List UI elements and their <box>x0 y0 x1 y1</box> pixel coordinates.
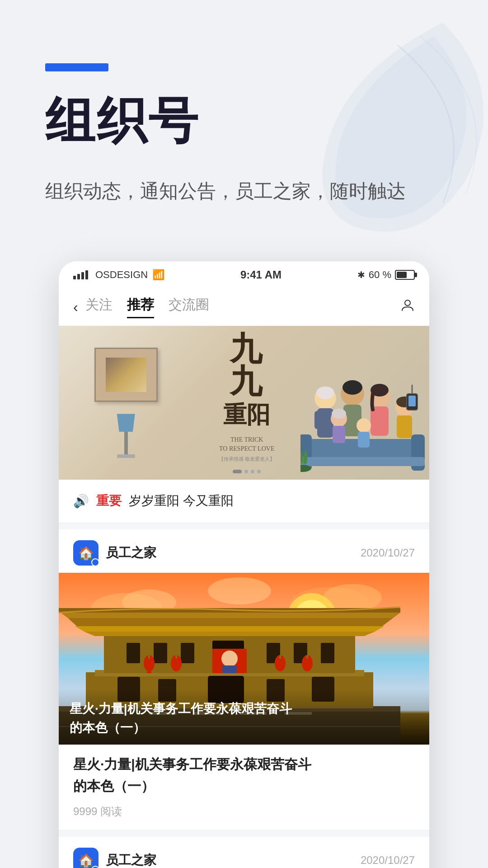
post-image-caption: 星火·力量|机关事务工作要永葆艰苦奋斗 的本色（一） <box>70 699 418 737</box>
post-card-2: 🏠 员工之家 2020/10/27 <box>59 837 429 868</box>
forbidden-city-bg: 星火·力量|机关事务工作要永葆艰苦奋斗 的本色（一） <box>59 573 429 745</box>
top-section: 组织号 组织动态，通知公告，员工之家，随时触达 <box>0 0 488 243</box>
banner-center-text: 九九 重阳 THE TRICKTO RESPECT LOVE 【传承情感 敬老爱… <box>193 332 301 473</box>
svg-marker-58 <box>75 626 384 632</box>
announcement-row: 🔊 重要 岁岁重阳 今又重阳 <box>59 480 429 522</box>
post-avatar-2: 🏠 <box>73 848 99 868</box>
svg-rect-56 <box>321 643 334 663</box>
svg-rect-17 <box>397 415 412 438</box>
svg-point-12 <box>343 380 362 395</box>
svg-rect-7 <box>314 411 321 429</box>
svg-rect-52 <box>181 643 194 663</box>
announcement-text: 岁岁重阳 今又重阳 <box>129 492 234 509</box>
subtitle: 组织动态，通知公告，员工之家，随时触达 <box>45 175 443 207</box>
post-header-1: 🏠 员工之家 2020/10/27 <box>59 529 429 573</box>
announcement-card: 九九 重阳 THE TRICKTO RESPECT LOVE 【传承情感 敬老爱… <box>59 326 429 522</box>
avatar-house-icon: 🏠 <box>78 546 94 561</box>
svg-rect-67 <box>147 671 151 673</box>
tab-follow[interactable]: 关注 <box>85 296 113 318</box>
battery-icon <box>395 270 415 280</box>
svg-rect-66 <box>148 655 150 659</box>
banner-left <box>59 334 193 472</box>
post-date-2: 2020/10/27 <box>361 854 415 867</box>
svg-rect-71 <box>279 655 281 659</box>
post-image-overlay: 星火·力量|机关事务工作要永葆艰苦奋斗 的本色（一） <box>59 689 429 745</box>
post-stats-1: 9999 阅读 <box>59 801 429 830</box>
post-author-2: 员工之家 <box>106 852 361 868</box>
svg-marker-59 <box>68 618 393 626</box>
battery-percent: 60 % <box>369 269 391 281</box>
svg-rect-25 <box>408 396 416 406</box>
post-header-2: 🏠 员工之家 2020/10/27 <box>59 837 429 868</box>
status-left: OSDESIGN 📶 <box>73 269 164 281</box>
svg-point-23 <box>332 409 346 419</box>
svg-point-19 <box>357 418 371 433</box>
signal-icon <box>73 270 88 279</box>
content-area: 九九 重阳 THE TRICKTO RESPECT LOVE 【传承情感 敬老爱… <box>59 326 429 868</box>
svg-point-0 <box>405 300 410 306</box>
post-card-1: 🏠 员工之家 2020/10/27 <box>59 529 429 830</box>
svg-rect-51 <box>154 643 167 663</box>
bluetooth-icon: ✱ <box>357 269 365 280</box>
svg-rect-69 <box>175 655 177 659</box>
post-title-1: 星火·力量|机关事务工作要永葆艰苦奋斗 的本色（一） <box>73 754 415 797</box>
back-button[interactable]: ‹ <box>73 299 78 316</box>
avatar-house-icon-2: 🏠 <box>78 853 94 868</box>
svg-rect-4 <box>300 457 425 466</box>
svg-point-9 <box>316 387 334 399</box>
svg-point-63 <box>221 651 238 667</box>
announcement-icon: 🔊 <box>73 494 89 509</box>
status-time: 9:41 AM <box>240 269 282 281</box>
svg-marker-57 <box>84 632 375 636</box>
banner-image: 九九 重阳 THE TRICKTO RESPECT LOVE 【传承情感 敬老爱… <box>59 326 429 480</box>
carrier-name: OSDESIGN <box>95 269 148 281</box>
blue-bar <box>45 63 108 71</box>
svg-rect-22 <box>333 426 345 443</box>
post-date-1: 2020/10/27 <box>361 547 415 559</box>
tab-recommend[interactable]: 推荐 <box>127 296 154 318</box>
svg-point-32 <box>208 577 271 604</box>
svg-rect-50 <box>127 643 140 663</box>
svg-rect-64 <box>222 665 237 673</box>
nav-tabs: 关注 推荐 交流圈 <box>85 296 400 318</box>
nav-bar: ‹ 关注 推荐 交流圈 <box>59 288 429 326</box>
tab-circle[interactable]: 交流圈 <box>169 296 209 318</box>
announcement-label: 重要 <box>96 492 122 509</box>
status-right: ✱ 60 % <box>357 269 415 281</box>
wifi-icon: 📶 <box>152 269 164 281</box>
banner-dots <box>193 470 301 473</box>
banner-right <box>300 326 429 480</box>
status-bar: OSDESIGN 📶 9:41 AM ✱ 60 % <box>59 261 429 288</box>
user-icon[interactable] <box>400 298 415 316</box>
post-author-1: 员工之家 <box>106 544 361 561</box>
page-title: 组织号 <box>45 93 443 148</box>
post-image-1[interactable]: 星火·力量|机关事务工作要永葆艰苦奋斗 的本色（一） <box>59 573 429 745</box>
svg-rect-73 <box>306 655 308 659</box>
post-content-1: 星火·力量|机关事务工作要永葆艰苦奋斗 的本色（一） <box>59 745 429 801</box>
post-avatar-1: 🏠 <box>73 540 99 566</box>
phone-mockup: OSDESIGN 📶 9:41 AM ✱ 60 % ‹ 关注 推荐 交流圈 <box>59 261 429 868</box>
svg-rect-20 <box>358 432 370 448</box>
